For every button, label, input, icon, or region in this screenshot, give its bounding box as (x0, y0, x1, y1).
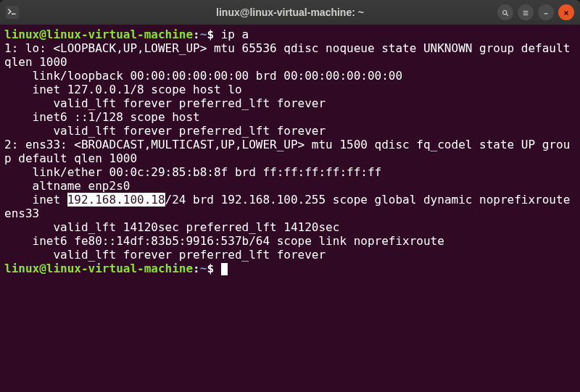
output-line: 1: lo: <LOOPBACK,UP,LOWER_UP> mtu 65536 … (4, 41, 576, 69)
search-button[interactable] (497, 4, 513, 20)
minimize-icon (542, 6, 550, 20)
close-icon (563, 6, 570, 20)
output-line: altname enp2s0 (4, 179, 576, 193)
prompt-line-1: linux@linux-virtual-machine:~$ ip a (4, 28, 576, 41)
highlighted-ip: 192.168.100.18 (67, 193, 165, 207)
output-line: inet6 ::1/128 scope host (4, 110, 576, 124)
window-controls (497, 4, 574, 20)
output-line: link/loopback 00:00:00:00:00:00 brd 00:0… (4, 69, 576, 83)
prompt-line-2: linux@linux-virtual-machine:~$ (4, 262, 576, 275)
command-text: ip a (214, 28, 249, 41)
output-line: inet6 fe80::14df:83b5:9916:537b/64 scope… (4, 234, 576, 248)
menu-button[interactable] (518, 4, 534, 20)
terminal-body[interactable]: linux@linux-virtual-machine:~$ ip a1: lo… (0, 25, 580, 392)
cursor (221, 263, 228, 275)
svg-rect-0 (6, 6, 19, 19)
output-line: valid_lft forever preferred_lft forever (4, 248, 576, 262)
output-line: 2: ens33: <BROADCAST,MULTICAST,UP,LOWER_… (4, 138, 576, 165)
prompt-user-host: linux@linux-virtual-machine (4, 28, 193, 41)
prompt-path: ~ (200, 28, 207, 41)
svg-point-2 (503, 10, 507, 14)
terminal-window: linux@linux-virtual-machine: ~ linux@lin… (0, 0, 580, 392)
prompt-separator: : (193, 262, 200, 275)
svg-line-3 (506, 14, 508, 16)
close-button[interactable] (558, 4, 574, 20)
window-title: linux@linux-virtual-machine: ~ (216, 7, 364, 18)
output-line: link/ether 00:0c:29:85:b8:8f brd ff:ff:f… (4, 165, 576, 179)
prompt-separator: : (193, 28, 200, 41)
prompt-symbol: $ (207, 28, 214, 41)
prompt-path: ~ (200, 262, 207, 275)
hamburger-icon (522, 6, 529, 20)
minimize-button[interactable] (538, 4, 554, 20)
output-line: valid_lft forever preferred_lft forever (4, 96, 576, 110)
prompt-user-host: linux@linux-virtual-machine (4, 262, 193, 275)
output-line: valid_lft 14120sec preferred_lft 14120se… (4, 220, 576, 234)
terminal-app-icon (6, 6, 19, 19)
titlebar[interactable]: linux@linux-virtual-machine: ~ (0, 0, 580, 25)
prompt-symbol: $ (207, 262, 214, 275)
output-line-highlighted: inet 192.168.100.18/24 brd 192.168.100.2… (4, 193, 576, 220)
output-line: valid_lft forever preferred_lft forever (4, 124, 576, 138)
output-line: inet 127.0.0.1/8 scope host lo (4, 83, 576, 96)
search-icon (502, 6, 509, 20)
